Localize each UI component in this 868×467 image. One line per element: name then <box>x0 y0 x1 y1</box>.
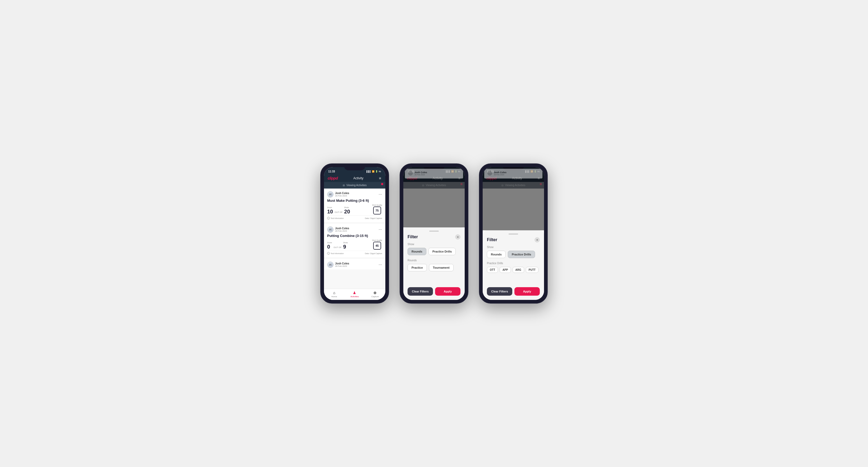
test-info-2: Test Information <box>331 253 344 254</box>
apply-btn-2[interactable]: Apply <box>435 287 460 295</box>
wifi-icon-1: 📶 <box>372 170 374 173</box>
user-date-1: 28 Feb 2023 <box>335 195 349 197</box>
tournament-btn-2[interactable]: Tournament <box>429 264 454 271</box>
footer-data-2: Data: Clippd Capture <box>365 253 382 254</box>
nav-bar-1: clippd Activity ≡ <box>324 175 385 182</box>
filter-handle-2 <box>429 230 439 232</box>
rounds-btn-3[interactable]: Rounds <box>487 251 506 258</box>
activity-footer-1: i Test Information Data: Clippd Capture <box>327 216 382 219</box>
activity-title-2: Putting Combine (3-15 ft) <box>327 234 382 238</box>
shot-quality-group-1: Shot Quality 75 <box>372 204 382 214</box>
home-icon-1: ⌂ <box>333 291 335 295</box>
activity-footer-2: i Test Information Data: Clippd Capture <box>327 251 382 255</box>
footer-info-1: i Test Information <box>327 217 344 219</box>
out-of-2: OUT OF <box>334 246 341 249</box>
footer-data-1: Data: Clippd Capture <box>365 217 382 219</box>
drills-section-label-3: Practice Drills <box>487 262 540 265</box>
clear-filters-btn-2[interactable]: Clear Filters <box>408 287 433 295</box>
more-dots-1[interactable]: ··· <box>379 192 382 196</box>
phone-2-inner: 11:33 ▌▌▌ 📶 🔋 51 clippd Activity ≡ ⊟ Vie… <box>403 167 465 300</box>
shots-group-2: Shots 9 <box>343 242 348 250</box>
filter-actions-3: Clear Filters Apply <box>487 287 540 295</box>
stats-row-2: Score 0 OUT OF Shots 9 Shot Quality <box>327 239 382 250</box>
avatar-1: JC <box>327 191 334 197</box>
shot-quality-value-1: 75 <box>376 209 379 212</box>
filter-dim-3[interactable]: Josh Coles 28 Feb 2023 <box>483 167 544 230</box>
info-icon-2: i <box>327 252 330 255</box>
user-name-3: Josh Coles <box>335 262 349 265</box>
shots-label-2: Shots <box>343 242 348 244</box>
shots-label-1: Shots <box>344 207 350 208</box>
shot-quality-badge-1: 75 <box>373 207 381 214</box>
phones-container: 11:33 ▌▌▌ 📶 🔋 51 clippd Activity ≡ ⊟ Vie… <box>320 163 548 304</box>
activities-label-1: Activities <box>350 295 359 298</box>
score-value-2: 0 <box>327 244 330 250</box>
show-label-3: Show <box>487 246 540 249</box>
filter-close-2[interactable]: ✕ <box>455 234 460 240</box>
rounds-section-label-2: Rounds <box>408 259 460 262</box>
nav-home-1[interactable]: ⌂ Home <box>324 291 344 298</box>
score-label-1: Score <box>327 207 333 208</box>
drill-tag-app[interactable]: APP <box>500 267 511 273</box>
apply-btn-3[interactable]: Apply <box>515 287 540 295</box>
filter-sheet-2: Filter ✕ Show Rounds Practice Drills Rou… <box>403 227 465 300</box>
show-buttons-2: Rounds Practice Drills <box>408 248 460 255</box>
activities-icon-1: ♟ <box>353 291 356 295</box>
viewing-bar-text-1: Viewing Activities <box>346 184 367 187</box>
score-group-2: Score 0 <box>327 242 332 250</box>
rounds-btn-2[interactable]: Rounds <box>408 248 426 255</box>
user-meta-1: Josh Coles 28 Feb 2023 <box>335 192 349 197</box>
activity-item-2[interactable]: JC Josh Coles 28 Feb 2023 ··· Putting Co… <box>324 224 385 257</box>
rounds-buttons-2: Practice Tournament <box>408 264 460 271</box>
nav-capture-1[interactable]: ⊕ Capture <box>365 291 385 298</box>
spacer-2 <box>408 275 460 283</box>
nav-activities-1[interactable]: ♟ Activities <box>344 291 365 298</box>
filter-header-3: Filter ✕ <box>487 237 540 243</box>
viewing-bar-1[interactable]: ⊟ Viewing Activities <box>324 182 385 189</box>
phone-3-inner: 11:33 ▌▌▌ 📶 🔋 51 clippd Activity ≡ ⊟ Vie… <box>483 167 544 300</box>
activity-list-1: JC Josh Coles 28 Feb 2023 ··· Must Make … <box>324 189 385 289</box>
filter-header-2: Filter ✕ <box>408 234 460 240</box>
user-info-1: JC Josh Coles 28 Feb 2023 <box>327 191 349 197</box>
filter-close-3[interactable]: ✕ <box>534 237 540 243</box>
filter-dot-1 <box>381 183 383 185</box>
activity-header-1: JC Josh Coles 28 Feb 2023 ··· <box>327 191 382 197</box>
menu-icon-1[interactable]: ≡ <box>379 176 382 180</box>
practice-drills-btn-3[interactable]: Practice Drills <box>508 251 535 258</box>
more-dots-2[interactable]: ··· <box>379 228 382 231</box>
score-label-2: Score <box>327 242 332 244</box>
more-dots-3[interactable]: ··· <box>379 263 382 267</box>
shot-quality-badge-2: 45 <box>373 242 381 250</box>
user-name-2: Josh Coles <box>335 227 349 230</box>
out-of-1: OUT OF <box>335 211 342 213</box>
signal-icon-1: ▌▌▌ <box>367 170 371 173</box>
activity-item-1[interactable]: JC Josh Coles 28 Feb 2023 ··· Must Make … <box>324 189 385 222</box>
avatar-3: JC <box>327 261 334 268</box>
activity-title-1: Must Make Putting (3-6 ft) <box>327 198 382 203</box>
capture-label-1: Capture <box>371 295 379 298</box>
practice-btn-2[interactable]: Practice <box>408 264 427 271</box>
score-value-1: 10 <box>327 209 333 214</box>
practice-drills-btn-2[interactable]: Practice Drills <box>429 248 456 255</box>
user-info-3: JC Josh Coles 28 Feb 2023 <box>327 261 349 268</box>
clear-filters-btn-3[interactable]: Clear Filters <box>487 287 512 295</box>
activity-item-3[interactable]: JC Josh Coles 28 Feb 2023 ··· <box>324 259 385 270</box>
nav-title-1: Activity <box>353 176 363 180</box>
phone-2: 11:33 ▌▌▌ 📶 🔋 51 clippd Activity ≡ ⊟ Vie… <box>400 163 468 304</box>
filter-dim-2[interactable]: Josh Coles 28 Feb 2023 <box>403 167 465 227</box>
filter-overlay-3: Josh Coles 28 Feb 2023 Filter ✕ Show <box>483 167 544 300</box>
shots-value-2: 9 <box>343 244 346 250</box>
filter-handle-3 <box>508 234 518 235</box>
user-date-2: 28 Feb 2023 <box>335 230 349 232</box>
time-1: 11:33 <box>328 170 335 173</box>
drill-tag-arg[interactable]: ARG <box>513 267 524 273</box>
drill-tag-putt[interactable]: PUTT <box>526 267 538 273</box>
stats-row-1: Score 10 OUT OF Shots 20 Shot Quality <box>327 204 382 214</box>
drill-tag-ott[interactable]: OTT <box>487 267 498 273</box>
info-icon-1: i <box>327 217 330 219</box>
phone-3: 11:33 ▌▌▌ 📶 🔋 51 clippd Activity ≡ ⊟ Vie… <box>479 163 548 304</box>
drill-tags-row-3: OTT APP ARG PUTT <box>487 267 540 273</box>
shots-value-1: 20 <box>344 209 350 214</box>
logo-1: clippd <box>328 176 338 180</box>
status-icons-1: ▌▌▌ 📶 🔋 51 <box>367 170 381 173</box>
